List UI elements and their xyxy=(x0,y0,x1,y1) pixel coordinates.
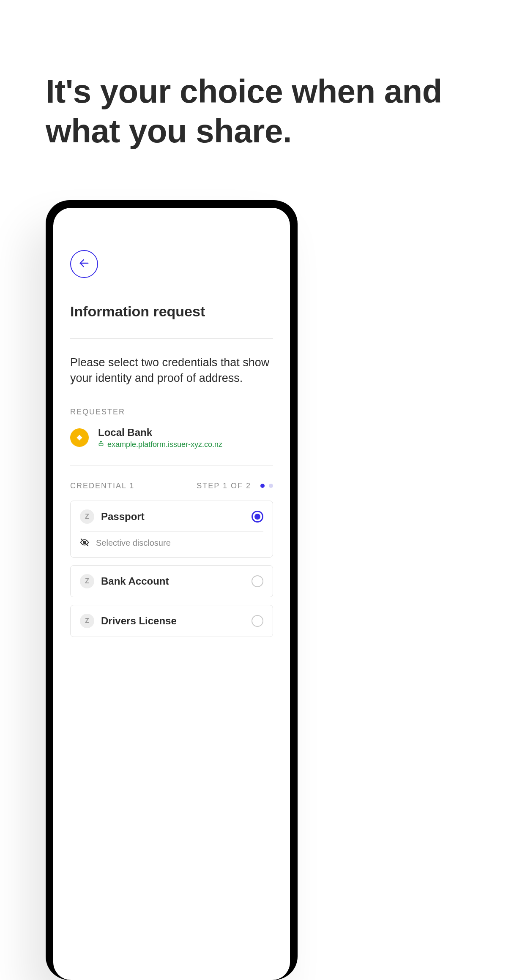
credential-option-passport[interactable]: Z Passport xyxy=(70,501,273,558)
step-counter: STEP 1 OF 2 xyxy=(197,482,251,490)
eye-off-icon xyxy=(80,538,89,549)
hero-title: It's your choice when and what you share… xyxy=(46,72,468,151)
credential-name: Passport xyxy=(101,511,145,523)
divider xyxy=(70,338,273,339)
phone-frame: Information request Please select two cr… xyxy=(46,200,298,980)
requester-url: example.platform.issuer-xyz.co.nz xyxy=(107,440,222,449)
back-button[interactable] xyxy=(70,250,98,278)
instructions-text: Please select two credentials that show … xyxy=(70,355,273,387)
step-dots xyxy=(260,484,273,488)
credential-icon: Z xyxy=(80,509,94,524)
radio-unselected[interactable] xyxy=(252,575,263,587)
step-dot-active xyxy=(260,484,265,488)
credential-icon: Z xyxy=(80,574,94,588)
requester-name: Local Bank xyxy=(98,427,222,438)
credential-icon: Z xyxy=(80,614,94,628)
lock-icon xyxy=(98,441,104,448)
radio-selected[interactable] xyxy=(252,511,263,523)
svg-rect-1 xyxy=(99,443,103,446)
credential-section-label: CREDENTIAL 1 xyxy=(70,482,134,490)
selective-disclosure-row[interactable]: Selective disclosure xyxy=(80,538,263,549)
credential-name: Drivers License xyxy=(101,615,177,627)
selective-disclosure-label: Selective disclosure xyxy=(96,538,171,548)
credential-option-drivers-license[interactable]: Z Drivers License xyxy=(70,605,273,637)
divider xyxy=(80,531,263,532)
credential-name: Bank Account xyxy=(101,575,169,587)
requester-row: Local Bank example.platform.issuer-xyz.c… xyxy=(70,427,273,449)
phone-screen: Information request Please select two cr… xyxy=(53,208,290,980)
divider xyxy=(70,465,273,466)
step-dot-inactive xyxy=(269,484,273,488)
credential-option-bank-account[interactable]: Z Bank Account xyxy=(70,565,273,597)
requester-section-label: REQUESTER xyxy=(70,408,273,416)
radio-unselected[interactable] xyxy=(252,615,263,627)
requester-badge-icon xyxy=(70,428,89,447)
arrow-left-icon xyxy=(78,257,90,271)
page-title: Information request xyxy=(70,303,273,320)
